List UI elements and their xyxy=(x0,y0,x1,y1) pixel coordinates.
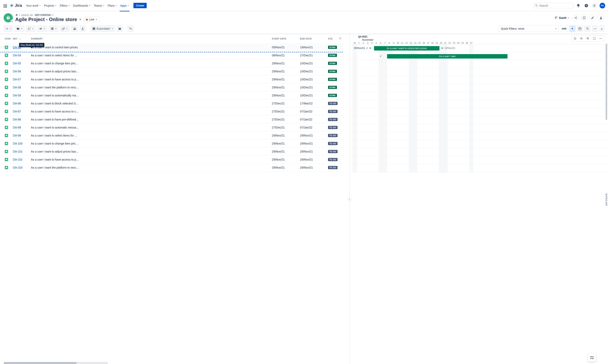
nav-item-teams[interactable]: Teams▼ xyxy=(92,2,106,9)
day-header-cell[interactable]: 21 xyxy=(443,42,448,44)
sort-button[interactable]: ▼ xyxy=(26,25,36,32)
visibility-button[interactable]: ▼ xyxy=(37,25,47,32)
day-header-cell[interactable]: 25 xyxy=(460,42,465,44)
gantt-row[interactable] xyxy=(353,124,608,132)
lightning-button[interactable] xyxy=(569,25,576,32)
columns-button[interactable]: Essentials*▼ xyxy=(90,25,115,32)
day-header-cell[interactable]: 8 xyxy=(387,42,391,44)
day-header-cell[interactable]: 3 xyxy=(366,42,370,44)
app-switcher-icon[interactable] xyxy=(2,3,7,8)
title-dropdown-icon[interactable]: ▼ xyxy=(79,18,82,21)
project-avatar-icon[interactable]: ★ xyxy=(4,13,13,23)
gantt-row[interactable] xyxy=(353,117,608,124)
gantt-row[interactable] xyxy=(353,92,608,100)
day-header-cell[interactable]: 1 xyxy=(357,42,361,44)
scroll-to-today-icon[interactable] xyxy=(572,36,578,41)
nav-item-projects[interactable]: Projects▼ xyxy=(42,2,58,9)
issue-key-link[interactable]: OA-102 xyxy=(13,158,23,161)
view-selector[interactable]: Gantt ▼ xyxy=(553,15,571,21)
collapse-toolbar-button[interactable]: ▲ xyxy=(599,25,604,32)
table-row[interactable]: ⋮⋮OA-89As a user I want to automatic mes… xyxy=(4,123,343,131)
table-row[interactable]: ⋮⋮OA-57As a user I want to have access t… xyxy=(4,75,343,83)
horizontal-scrollbar[interactable] xyxy=(4,362,108,364)
table-row[interactable]: ⋮⋮OA-101As a user I want to adjust price… xyxy=(4,147,343,156)
team-button[interactable] xyxy=(71,25,78,32)
day-header-cell[interactable]: 22 xyxy=(447,42,452,44)
filter-logic-and[interactable]: AND xyxy=(560,25,568,32)
user-avatar[interactable]: PK xyxy=(599,2,606,9)
issue-key-link[interactable]: OA-103 xyxy=(13,166,23,169)
gantt-row[interactable]: 05/Nov/21 ✓ As a user I want to control … xyxy=(353,44,608,52)
day-header-cell[interactable]: 7 xyxy=(383,42,387,44)
search-filter-button[interactable] xyxy=(584,25,591,32)
issue-key-link[interactable]: OA-101 xyxy=(13,150,23,153)
day-header-cell[interactable]: 31 xyxy=(353,42,357,44)
zoom-out-icon[interactable] xyxy=(579,36,584,41)
gantt-row[interactable] xyxy=(353,156,608,165)
col-summary[interactable]: SUMMARY xyxy=(30,38,271,40)
nav-item-dashboards[interactable]: Dashboards▼ xyxy=(71,2,92,9)
nav-item-plans[interactable]: Plans▼ xyxy=(106,2,119,9)
live-mode-toggle[interactable]: ◉ Live ▼ xyxy=(83,17,99,22)
column-settings-icon[interactable] xyxy=(338,37,343,40)
breadcrumb-home-icon[interactable] xyxy=(15,14,18,16)
table-row[interactable]: ⋮⋮OA-99As a user I want to select items … xyxy=(4,131,343,140)
gantt-row[interactable] xyxy=(353,68,608,76)
issue-key-link[interactable]: OA-58 xyxy=(13,86,21,89)
day-header-cell[interactable]: 20 xyxy=(439,42,443,44)
star-icon[interactable]: ★ xyxy=(11,20,13,23)
day-header-cell[interactable]: 17 xyxy=(426,42,430,44)
gantt-row[interactable] xyxy=(353,60,608,68)
infobar-toggle[interactable]: INFOBAR xyxy=(605,191,608,208)
group-button[interactable]: ▼ xyxy=(49,25,59,32)
day-header-cell[interactable]: 9 xyxy=(391,42,396,44)
open-folder-button[interactable]: ▼ xyxy=(14,25,25,32)
gantt-row[interactable] xyxy=(353,165,608,173)
day-header-cell[interactable]: 18 xyxy=(430,42,435,44)
jira-logo[interactable]: Jira xyxy=(10,3,22,8)
fullscreen-icon[interactable] xyxy=(591,36,597,41)
table-row[interactable]: ⋮⋮OA-53As a user I want to control item … xyxy=(4,43,343,51)
day-header-cell[interactable]: 10 xyxy=(396,42,400,44)
table-row[interactable]: ⋮⋮OA-55As a user I want to change item p… xyxy=(4,59,343,67)
table-row[interactable]: ⋮⋮OA-100As a user I want to change item … xyxy=(4,140,343,147)
issue-key-link[interactable]: OA-56 xyxy=(13,70,21,73)
issue-key-link[interactable]: OA-54 xyxy=(13,54,21,57)
gantt-bar[interactable]: As a user I want to control item prices xyxy=(374,46,440,51)
day-header-cell[interactable]: 26 xyxy=(465,42,469,44)
issue-key-link[interactable]: OA-89 xyxy=(13,126,21,129)
split-handle[interactable]: ‹ xyxy=(346,34,353,364)
minimap-button[interactable] xyxy=(588,354,596,362)
issue-key-link[interactable]: OA-57 xyxy=(13,78,21,81)
day-header-cell[interactable]: 6 xyxy=(378,42,383,44)
global-search[interactable] xyxy=(533,3,573,8)
day-header-cell[interactable]: 13 xyxy=(409,42,413,44)
issue-key-link[interactable]: OA-86 xyxy=(13,102,21,105)
gantt-row[interactable] xyxy=(353,100,608,108)
gantt-body[interactable]: 05/Nov/21 ✓ As a user I want to control … xyxy=(353,44,608,173)
col-end[interactable]: END DATE xyxy=(299,38,327,40)
help-icon[interactable]: ? xyxy=(583,2,590,9)
zoom-in-icon[interactable] xyxy=(585,36,591,41)
gantt-row[interactable] xyxy=(353,141,608,149)
quick-filters-dropdown[interactable]: Quick Filters: none ▼ xyxy=(499,25,559,32)
day-header-cell[interactable]: 5 xyxy=(374,42,379,44)
issue-key-link[interactable]: OA-59 xyxy=(13,94,21,97)
table-row[interactable]: ⋮⋮OA-54As a user I want to select items … xyxy=(4,51,343,59)
share-button[interactable] xyxy=(572,14,579,21)
user-button[interactable] xyxy=(598,14,604,21)
day-header-cell[interactable]: 2 xyxy=(361,42,366,44)
day-header-cell[interactable]: 27 xyxy=(469,42,474,44)
info-button[interactable] xyxy=(581,14,588,21)
gantt-row[interactable] xyxy=(353,84,608,92)
drag-handle-icon[interactable]: ⋮⋮ xyxy=(0,46,5,49)
issue-key-link[interactable]: OA-88 xyxy=(13,118,21,121)
gantt-row[interactable] xyxy=(353,149,608,156)
gantt-row[interactable] xyxy=(353,76,608,84)
day-header-cell[interactable]: 12 xyxy=(404,42,409,44)
table-row[interactable]: ⋮⋮OA-58As a user I want the platform to … xyxy=(4,83,343,91)
day-header-cell[interactable]: 14 xyxy=(413,42,417,44)
breadcrumb-project-id[interactable]: AGILE-16 xyxy=(21,14,33,17)
day-header-cell[interactable]: 23 xyxy=(452,42,456,44)
nav-item-your-work[interactable]: Your work▼ xyxy=(25,2,42,9)
